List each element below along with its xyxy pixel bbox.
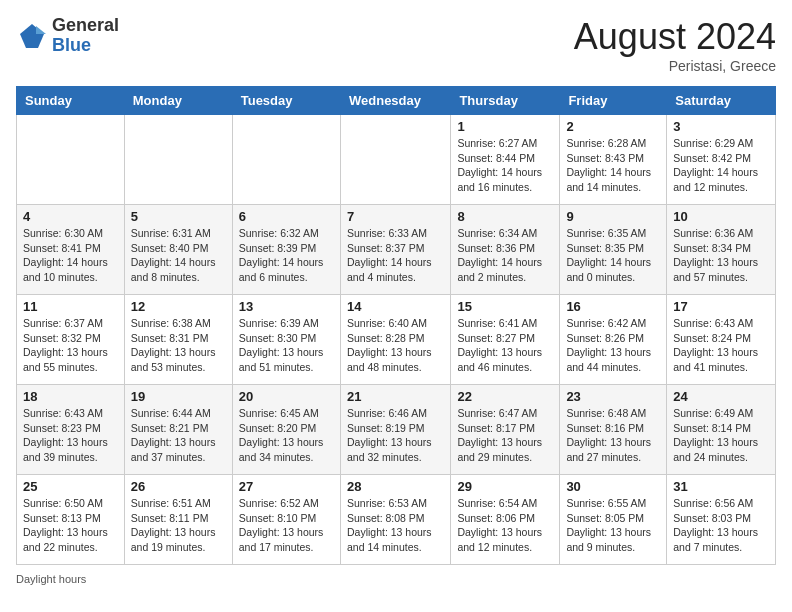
calendar-cell [124,115,232,205]
calendar-cell: 4Sunrise: 6:30 AM Sunset: 8:41 PM Daylig… [17,205,125,295]
calendar-week-row: 1Sunrise: 6:27 AM Sunset: 8:44 PM Daylig… [17,115,776,205]
calendar-cell: 15Sunrise: 6:41 AM Sunset: 8:27 PM Dayli… [451,295,560,385]
day-info: Sunrise: 6:32 AM Sunset: 8:39 PM Dayligh… [239,226,334,285]
day-info: Sunrise: 6:35 AM Sunset: 8:35 PM Dayligh… [566,226,660,285]
calendar-week-row: 11Sunrise: 6:37 AM Sunset: 8:32 PM Dayli… [17,295,776,385]
calendar-cell: 3Sunrise: 6:29 AM Sunset: 8:42 PM Daylig… [667,115,776,205]
day-number: 15 [457,299,553,314]
day-info: Sunrise: 6:29 AM Sunset: 8:42 PM Dayligh… [673,136,769,195]
day-number: 4 [23,209,118,224]
footer-note: Daylight hours [16,573,776,585]
day-info: Sunrise: 6:41 AM Sunset: 8:27 PM Dayligh… [457,316,553,375]
day-number: 31 [673,479,769,494]
calendar-cell: 25Sunrise: 6:50 AM Sunset: 8:13 PM Dayli… [17,475,125,565]
day-number: 10 [673,209,769,224]
day-info: Sunrise: 6:48 AM Sunset: 8:16 PM Dayligh… [566,406,660,465]
day-number: 12 [131,299,226,314]
day-number: 11 [23,299,118,314]
calendar-cell: 31Sunrise: 6:56 AM Sunset: 8:03 PM Dayli… [667,475,776,565]
calendar-cell: 7Sunrise: 6:33 AM Sunset: 8:37 PM Daylig… [340,205,450,295]
calendar-cell [232,115,340,205]
day-number: 29 [457,479,553,494]
day-number: 14 [347,299,444,314]
calendar-cell: 16Sunrise: 6:42 AM Sunset: 8:26 PM Dayli… [560,295,667,385]
day-number: 30 [566,479,660,494]
calendar-cell: 19Sunrise: 6:44 AM Sunset: 8:21 PM Dayli… [124,385,232,475]
calendar-day-header: Saturday [667,87,776,115]
calendar-cell: 29Sunrise: 6:54 AM Sunset: 8:06 PM Dayli… [451,475,560,565]
day-info: Sunrise: 6:38 AM Sunset: 8:31 PM Dayligh… [131,316,226,375]
day-info: Sunrise: 6:54 AM Sunset: 8:06 PM Dayligh… [457,496,553,555]
day-info: Sunrise: 6:37 AM Sunset: 8:32 PM Dayligh… [23,316,118,375]
day-number: 18 [23,389,118,404]
day-info: Sunrise: 6:34 AM Sunset: 8:36 PM Dayligh… [457,226,553,285]
calendar-cell [17,115,125,205]
calendar-day-header: Wednesday [340,87,450,115]
day-number: 22 [457,389,553,404]
day-number: 2 [566,119,660,134]
day-info: Sunrise: 6:40 AM Sunset: 8:28 PM Dayligh… [347,316,444,375]
calendar-header-row: SundayMondayTuesdayWednesdayThursdayFrid… [17,87,776,115]
day-info: Sunrise: 6:52 AM Sunset: 8:10 PM Dayligh… [239,496,334,555]
calendar-cell: 28Sunrise: 6:53 AM Sunset: 8:08 PM Dayli… [340,475,450,565]
calendar-cell: 17Sunrise: 6:43 AM Sunset: 8:24 PM Dayli… [667,295,776,385]
calendar-day-header: Friday [560,87,667,115]
day-info: Sunrise: 6:55 AM Sunset: 8:05 PM Dayligh… [566,496,660,555]
location-text: Peristasi, Greece [574,58,776,74]
day-info: Sunrise: 6:51 AM Sunset: 8:11 PM Dayligh… [131,496,226,555]
calendar-cell: 2Sunrise: 6:28 AM Sunset: 8:43 PM Daylig… [560,115,667,205]
calendar-cell: 13Sunrise: 6:39 AM Sunset: 8:30 PM Dayli… [232,295,340,385]
day-info: Sunrise: 6:45 AM Sunset: 8:20 PM Dayligh… [239,406,334,465]
day-number: 23 [566,389,660,404]
day-info: Sunrise: 6:44 AM Sunset: 8:21 PM Dayligh… [131,406,226,465]
day-number: 25 [23,479,118,494]
day-number: 27 [239,479,334,494]
calendar-cell: 9Sunrise: 6:35 AM Sunset: 8:35 PM Daylig… [560,205,667,295]
calendar-cell: 24Sunrise: 6:49 AM Sunset: 8:14 PM Dayli… [667,385,776,475]
logo-icon [16,20,48,52]
logo-general-text: General [52,16,119,36]
title-area: August 2024 Peristasi, Greece [574,16,776,74]
calendar-cell: 12Sunrise: 6:38 AM Sunset: 8:31 PM Dayli… [124,295,232,385]
day-number: 26 [131,479,226,494]
day-number: 1 [457,119,553,134]
day-info: Sunrise: 6:39 AM Sunset: 8:30 PM Dayligh… [239,316,334,375]
day-info: Sunrise: 6:30 AM Sunset: 8:41 PM Dayligh… [23,226,118,285]
calendar-cell: 11Sunrise: 6:37 AM Sunset: 8:32 PM Dayli… [17,295,125,385]
calendar-cell: 5Sunrise: 6:31 AM Sunset: 8:40 PM Daylig… [124,205,232,295]
calendar-day-header: Tuesday [232,87,340,115]
day-number: 16 [566,299,660,314]
day-info: Sunrise: 6:28 AM Sunset: 8:43 PM Dayligh… [566,136,660,195]
calendar-cell [340,115,450,205]
day-number: 28 [347,479,444,494]
day-info: Sunrise: 6:27 AM Sunset: 8:44 PM Dayligh… [457,136,553,195]
calendar-week-row: 25Sunrise: 6:50 AM Sunset: 8:13 PM Dayli… [17,475,776,565]
day-info: Sunrise: 6:42 AM Sunset: 8:26 PM Dayligh… [566,316,660,375]
month-year-title: August 2024 [574,16,776,58]
calendar-cell: 10Sunrise: 6:36 AM Sunset: 8:34 PM Dayli… [667,205,776,295]
day-number: 24 [673,389,769,404]
day-info: Sunrise: 6:31 AM Sunset: 8:40 PM Dayligh… [131,226,226,285]
logo: General Blue [16,16,119,56]
calendar-cell: 23Sunrise: 6:48 AM Sunset: 8:16 PM Dayli… [560,385,667,475]
calendar-cell: 6Sunrise: 6:32 AM Sunset: 8:39 PM Daylig… [232,205,340,295]
day-number: 17 [673,299,769,314]
calendar-cell: 14Sunrise: 6:40 AM Sunset: 8:28 PM Dayli… [340,295,450,385]
day-info: Sunrise: 6:33 AM Sunset: 8:37 PM Dayligh… [347,226,444,285]
calendar-table: SundayMondayTuesdayWednesdayThursdayFrid… [16,86,776,565]
day-info: Sunrise: 6:46 AM Sunset: 8:19 PM Dayligh… [347,406,444,465]
day-info: Sunrise: 6:49 AM Sunset: 8:14 PM Dayligh… [673,406,769,465]
calendar-cell: 1Sunrise: 6:27 AM Sunset: 8:44 PM Daylig… [451,115,560,205]
calendar-cell: 20Sunrise: 6:45 AM Sunset: 8:20 PM Dayli… [232,385,340,475]
calendar-cell: 18Sunrise: 6:43 AM Sunset: 8:23 PM Dayli… [17,385,125,475]
day-info: Sunrise: 6:36 AM Sunset: 8:34 PM Dayligh… [673,226,769,285]
day-number: 5 [131,209,226,224]
day-number: 8 [457,209,553,224]
day-number: 7 [347,209,444,224]
calendar-cell: 27Sunrise: 6:52 AM Sunset: 8:10 PM Dayli… [232,475,340,565]
svg-marker-1 [36,26,46,34]
day-info: Sunrise: 6:47 AM Sunset: 8:17 PM Dayligh… [457,406,553,465]
day-number: 21 [347,389,444,404]
calendar-cell: 30Sunrise: 6:55 AM Sunset: 8:05 PM Dayli… [560,475,667,565]
day-number: 6 [239,209,334,224]
